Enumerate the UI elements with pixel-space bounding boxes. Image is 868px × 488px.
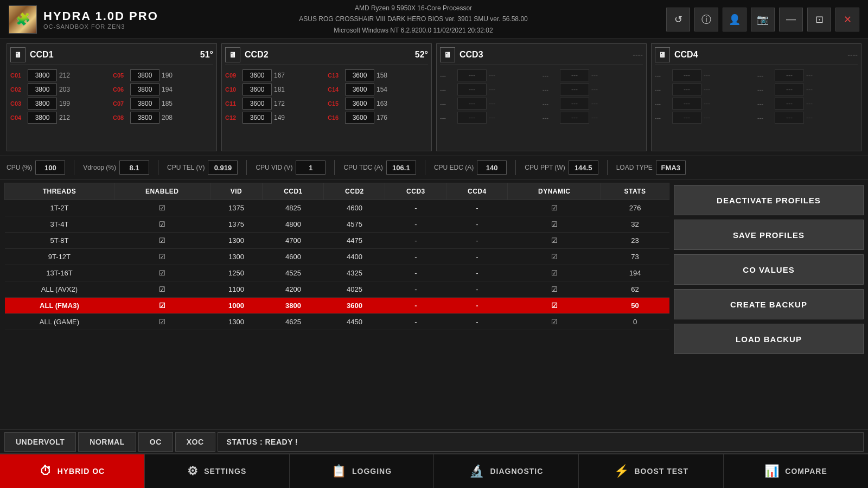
core-freq-input[interactable]: [242, 112, 272, 124]
core-stat: ---: [591, 100, 607, 107]
table-row[interactable]: 13T-16T☑125045254325--☑194: [5, 265, 669, 281]
nav-compare[interactable]: 📊 COMPARE: [724, 454, 868, 488]
checkbox[interactable]: ☑: [551, 220, 558, 228]
core-freq-input[interactable]: [28, 98, 57, 110]
user-icon[interactable]: 👤: [723, 8, 746, 31]
table-cell-threads: 5T-8T: [5, 233, 114, 249]
restore-icon[interactable]: ⊡: [807, 8, 831, 31]
co-values-button[interactable]: CO VALUES: [674, 254, 864, 285]
core-label: ---: [542, 72, 558, 79]
core-row: --- ---: [655, 84, 755, 95]
table-row[interactable]: ALL (FMA3)☑100038003600--☑50: [5, 298, 669, 314]
core-label: ---: [542, 114, 558, 121]
core-freq-input[interactable]: [345, 69, 374, 81]
core-freq-input[interactable]: [242, 69, 272, 81]
checkbox[interactable]: ☑: [551, 253, 558, 261]
core-freq-input[interactable]: [345, 98, 374, 110]
camera-icon[interactable]: 📷: [751, 8, 775, 31]
checkbox[interactable]: ☑: [551, 285, 558, 293]
deactivate-profiles-button[interactable]: DEACTIVATE PROFILES: [674, 185, 864, 215]
table-cell-ccd4: -: [446, 298, 508, 314]
core-stat: ---: [489, 86, 504, 93]
core-freq-input[interactable]: [345, 112, 374, 124]
app-subtitle: OC-SANDBOX FOR ZEN3: [43, 23, 158, 30]
core-stat: 176: [376, 114, 392, 121]
table-row[interactable]: 1T-2T☑137548254600--☑276: [5, 200, 669, 216]
info-icon[interactable]: ⓘ: [694, 8, 718, 31]
core-label: ---: [542, 86, 558, 93]
core-label: C01: [10, 72, 25, 79]
table-row[interactable]: 3T-4T☑137548004575--☑32: [5, 216, 669, 233]
nav-hybrid-oc[interactable]: ⏱ HYBRID OC: [0, 454, 145, 488]
table-cell-vid: 1375: [210, 200, 263, 216]
core-freq-input[interactable]: [28, 112, 57, 124]
table-cell-dynamic: ☑: [508, 265, 601, 281]
checkbox[interactable]: ☑: [551, 204, 558, 212]
table-cell-enabled: ☑: [114, 314, 210, 330]
core-row: C12 149: [225, 112, 326, 124]
ccd-temp-ccd3: ----: [633, 50, 643, 59]
nav-boost-test[interactable]: ⚡ BOOST TEST: [579, 454, 724, 488]
checkbox[interactable]: ☑: [551, 236, 558, 245]
core-stat: ---: [704, 100, 719, 107]
minimize-icon[interactable]: —: [779, 8, 803, 31]
core-label: ---: [757, 72, 773, 79]
normal-button[interactable]: NORMAL: [78, 432, 136, 452]
core-stat: 212: [59, 114, 74, 121]
close-icon[interactable]: ✕: [835, 8, 859, 31]
table-cell-stats: 32: [601, 216, 669, 233]
checkbox[interactable]: ☑: [159, 301, 165, 310]
checkbox[interactable]: ☑: [159, 269, 165, 277]
table-cell-ccd3: -: [385, 298, 446, 314]
checkbox[interactable]: ☑: [159, 204, 165, 212]
core-row: --- ---: [655, 69, 755, 81]
nav-logging[interactable]: 📋 LOGGING: [290, 454, 435, 488]
load-backup-button[interactable]: LOAD BACKUP: [674, 324, 864, 354]
save-profiles-button[interactable]: SAVE PROFILES: [674, 220, 864, 250]
table-cell-ccd2: 4450: [324, 314, 385, 330]
core-freq-input[interactable]: [242, 84, 272, 95]
core-freq-input[interactable]: [130, 112, 159, 124]
core-freq-input[interactable]: [28, 69, 57, 81]
core-freq-input[interactable]: [28, 84, 57, 95]
metric-value: 1: [296, 160, 326, 175]
table-row[interactable]: ALL (GAME)☑130046254450--☑0: [5, 314, 669, 330]
checkbox[interactable]: ☑: [159, 236, 165, 245]
core-row: C10 181: [225, 84, 326, 95]
table-cell-vid: 1250: [210, 265, 263, 281]
checkbox[interactable]: ☑: [551, 269, 558, 277]
checkbox[interactable]: ☑: [159, 285, 165, 293]
checkbox[interactable]: ☑: [159, 253, 165, 261]
core-freq-input: [775, 98, 804, 110]
checkbox[interactable]: ☑: [551, 301, 558, 310]
core-freq-input[interactable]: [130, 69, 159, 81]
core-freq-input[interactable]: [130, 98, 159, 110]
table-row[interactable]: ALL (AVX2)☑110042004025--☑62: [5, 281, 669, 298]
refresh-icon[interactable]: ↺: [666, 8, 690, 31]
core-freq-input[interactable]: [345, 84, 374, 95]
metrics-divider: [246, 160, 247, 175]
checkbox[interactable]: ☑: [159, 220, 165, 228]
core-freq-input: [775, 84, 804, 95]
metrics-divider: [425, 160, 425, 175]
logo-area: 🧩 HYDRA 1.0D PRO OC-SANDBOX FOR ZEN3: [9, 5, 161, 34]
core-label: ---: [757, 86, 773, 93]
table-cell-enabled: ☑: [114, 281, 210, 298]
nav-diagnostic[interactable]: 🔬 DIAGNOSTIC: [434, 454, 579, 488]
sys-line2: ASUS ROG CROSSHAIR VIII DARK HERO BIOS v…: [161, 14, 666, 24]
metrics-divider: [607, 160, 608, 175]
xoc-button[interactable]: XOC: [175, 432, 215, 452]
nav-settings[interactable]: ⚙ SETTINGS: [145, 454, 290, 488]
create-backup-button[interactable]: CREATE BACKUP: [674, 289, 864, 319]
table-cell-ccd3: -: [385, 233, 446, 249]
undervolt-button[interactable]: UNDERVOLT: [4, 432, 76, 452]
checkbox[interactable]: ☑: [159, 318, 165, 326]
metric-label: LOAD TYPE: [616, 164, 653, 171]
table-row[interactable]: 5T-8T☑130047004475--☑23: [5, 233, 669, 249]
core-freq-input[interactable]: [130, 84, 159, 95]
checkbox[interactable]: ☑: [551, 318, 558, 326]
core-freq-input[interactable]: [242, 98, 272, 110]
core-stat: 208: [162, 114, 177, 121]
oc-button[interactable]: OC: [138, 432, 173, 452]
table-row[interactable]: 9T-12T☑130046004400--☑73: [5, 249, 669, 265]
